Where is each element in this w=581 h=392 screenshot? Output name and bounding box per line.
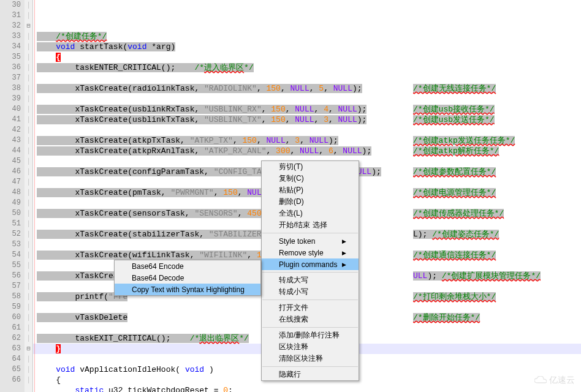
code-line[interactable]: taskENTER_CRITICAL(); /*进入临界区*/ bbox=[33, 62, 581, 73]
submenu-item[interactable]: Base64 Decode bbox=[115, 272, 260, 284]
menu-item-label: 在线搜索 bbox=[279, 314, 308, 325]
menu-item-label: 打开文件 bbox=[279, 303, 308, 313]
context-menu-item[interactable]: 删除(D) bbox=[262, 196, 359, 208]
submenu-item[interactable]: Copy Text with Syntax Highlighting bbox=[115, 284, 260, 295]
line-number-gutter: 3031323334353637383940414243444546474849… bbox=[0, 0, 25, 392]
context-menu-item[interactable]: 全选(L) bbox=[262, 208, 359, 219]
code-line[interactable]: xTaskCreate(radiolinkTask, "RADIOLINK", … bbox=[33, 83, 581, 94]
menu-item-label: 剪切(T) bbox=[279, 162, 303, 172]
menu-separator bbox=[262, 272, 358, 273]
menu-item-label: Remove style bbox=[279, 249, 324, 257]
submenu-arrow-icon: ▶ bbox=[342, 250, 346, 256]
context-menu-item[interactable]: 剪切(T) bbox=[262, 161, 359, 173]
menu-item-label: 添加/删除单行注释 bbox=[279, 330, 340, 341]
code-line[interactable]: xTaskCreate(usblinkRxTask, "USBLINK_RX",… bbox=[33, 104, 581, 115]
code-line[interactable] bbox=[33, 94, 581, 104]
code-line[interactable]: void startTask(void *arg) bbox=[33, 42, 581, 52]
submenu-arrow-icon: ▶ bbox=[342, 262, 346, 268]
menu-item-label: Base64 Encode bbox=[132, 262, 184, 271]
menu-separator bbox=[262, 366, 358, 367]
submenu-arrow-icon: ▶ bbox=[342, 238, 346, 244]
menu-item-label: 转成大写 bbox=[279, 275, 308, 285]
context-menu-item[interactable]: 复制(C) bbox=[262, 173, 359, 184]
menu-item-label: 粘贴(P) bbox=[279, 185, 303, 195]
menu-item-label: Base64 Decode bbox=[132, 274, 184, 282]
menu-item-label: Style token bbox=[279, 237, 315, 246]
menu-item-label: 删除(D) bbox=[279, 197, 304, 207]
context-menu-item[interactable]: 转成大写 bbox=[262, 274, 359, 286]
code-line[interactable]: static u32 tickWatchdogReset = 0; bbox=[33, 385, 581, 392]
code-line[interactable] bbox=[33, 73, 581, 83]
context-menu-item[interactable]: 区块注释 bbox=[262, 341, 359, 353]
context-menu-item[interactable]: Remove style▶ bbox=[262, 247, 359, 258]
menu-separator bbox=[262, 300, 358, 300]
code-line[interactable]: xTaskCreate(usblinkTxTask, "USBLINK_TX",… bbox=[33, 115, 581, 125]
menu-item-label: 清除区块注释 bbox=[279, 353, 323, 364]
menu-item-label: Copy Text with Syntax Highlighting bbox=[132, 285, 245, 294]
menu-item-label: 全选(L) bbox=[279, 208, 303, 219]
code-line[interactable]: xTaskCreate(atkpTxTask, "ATKP_TX", 150, … bbox=[33, 135, 581, 146]
menu-item-label: 转成小写 bbox=[279, 287, 308, 297]
code-line[interactable]: /*创建任务*/ bbox=[33, 31, 581, 42]
submenu-item[interactable]: Base64 Encode bbox=[115, 260, 260, 272]
watermark: 亿速云 bbox=[534, 375, 575, 386]
context-menu-item[interactable]: Style token▶ bbox=[262, 235, 359, 247]
context-menu-item[interactable]: 在线搜索 bbox=[262, 314, 359, 325]
menu-item-label: 隐藏行 bbox=[279, 369, 301, 380]
context-menu-item[interactable]: Plugin commands▶ bbox=[262, 258, 359, 270]
fold-gutter[interactable]: ││⊟││││││││││││││││││││││││││││││⊟│││ bbox=[25, 0, 33, 392]
code-line[interactable]: { bbox=[33, 52, 581, 62]
code-line[interactable] bbox=[33, 125, 581, 135]
context-menu-item[interactable]: 粘贴(P) bbox=[262, 184, 359, 196]
menu-item-label: 区块注释 bbox=[279, 342, 308, 352]
context-menu-item[interactable]: 转成小写 bbox=[262, 286, 359, 298]
menu-item-label: Plugin commands bbox=[279, 260, 337, 269]
context-menu-item[interactable]: 隐藏行 bbox=[262, 369, 359, 380]
menu-separator bbox=[262, 327, 358, 328]
menu-item-label: 开始/结束 选择 bbox=[279, 220, 327, 230]
cloud-icon bbox=[534, 376, 547, 385]
context-menu-item[interactable]: 清除区块注释 bbox=[262, 353, 359, 364]
context-menu-item[interactable]: 打开文件 bbox=[262, 302, 359, 314]
context-menu-item[interactable]: 添加/删除单行注释 bbox=[262, 330, 359, 341]
menu-item-label: 复制(C) bbox=[279, 173, 304, 184]
plugin-commands-submenu[interactable]: Base64 EncodeBase64 DecodeCopy Text with… bbox=[114, 260, 261, 296]
code-line[interactable]: xTaskCreate(atkpRxAnlTask, "ATKP_RX_ANL"… bbox=[33, 146, 581, 156]
menu-separator bbox=[262, 233, 358, 233]
context-menu-item[interactable]: 开始/结束 选择 bbox=[262, 219, 359, 231]
context-menu[interactable]: 剪切(T)复制(C)粘贴(P)删除(D)全选(L)开始/结束 选择Style t… bbox=[261, 160, 359, 381]
